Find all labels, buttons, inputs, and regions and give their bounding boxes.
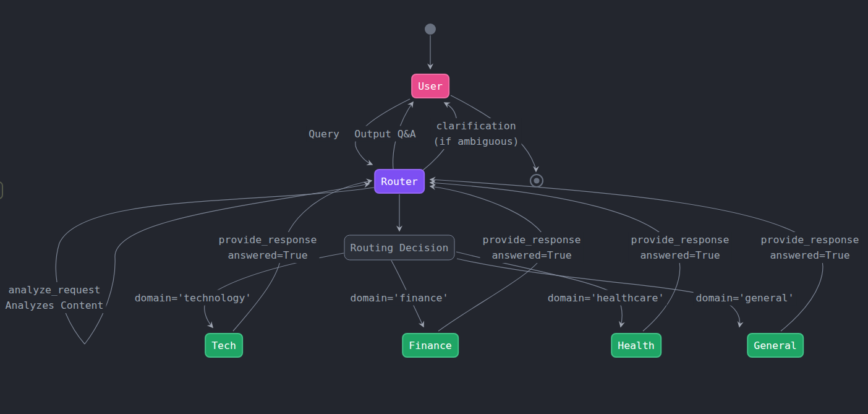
edge-decision-to-health — [456, 252, 622, 327]
edge-label-domain-general: domain='general' — [694, 290, 797, 306]
start-state-node — [425, 24, 436, 35]
edge-label-provide-response-tech: provide_response answered=True — [216, 232, 320, 263]
edge-label-provide-response-finance: provide_response answered=True — [480, 232, 584, 263]
edge-label-output-qa: Output Q&A — [352, 126, 418, 142]
cutoff-node-left-edge — [0, 182, 2, 199]
edge-label-provide-response-health: provide_response answered=True — [629, 232, 732, 263]
end-state-node — [530, 175, 543, 187]
edge-label-domain-healthcare: domain='healthcare' — [545, 290, 667, 306]
edge-label-query: Query — [306, 126, 342, 142]
node-user: User — [411, 74, 449, 98]
node-router: Router — [374, 169, 425, 194]
edge-label-provide-response-general: provide_response answered=True — [759, 232, 862, 263]
node-health: Health — [611, 333, 662, 358]
state-diagram-canvas: Query Output Q&A clarification (if ambig… — [0, 0, 868, 414]
edge-label-clarification: clarification (if ambiguous) — [430, 118, 521, 149]
node-routing-decision: Routing Decision — [344, 235, 455, 261]
node-tech: Tech — [205, 333, 243, 358]
edge-label-analyze-request: analyze_request Analyzes Content — [3, 282, 106, 313]
node-finance: Finance — [402, 333, 459, 358]
edge-label-domain-finance: domain='finance' — [348, 290, 451, 306]
edge-router-selfloop-back — [85, 184, 369, 344]
edge-label-domain-technology: domain='technology' — [132, 290, 254, 306]
node-general: General — [747, 333, 804, 358]
